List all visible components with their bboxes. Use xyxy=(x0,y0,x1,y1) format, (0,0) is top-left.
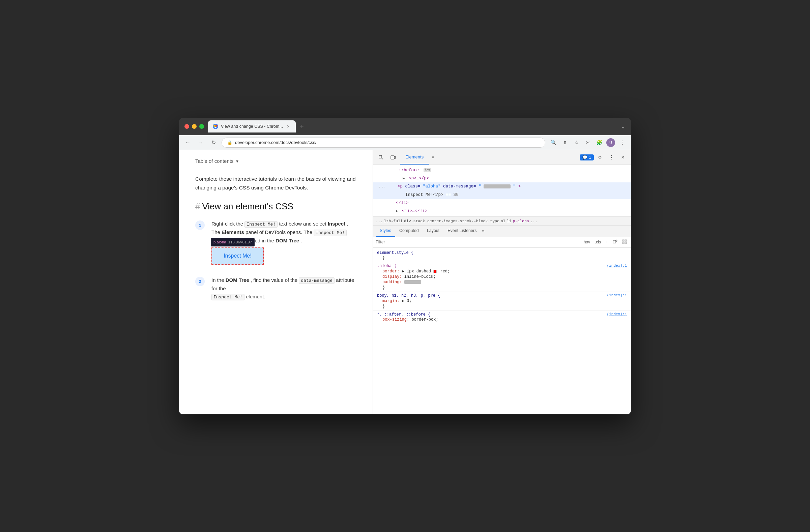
dom-li-expand: ▶ xyxy=(396,209,398,213)
profile-button[interactable]: U xyxy=(606,138,615,147)
css-universal-selector-line: (index):1 *, ::after, ::before { xyxy=(377,312,627,317)
more-tabs-button[interactable]: » xyxy=(429,155,437,160)
bc-div-stack[interactable]: div.stack.center-images.stack--block.typ… xyxy=(404,219,499,223)
close-devtools-button[interactable]: ✕ xyxy=(617,152,628,163)
more-options-button[interactable]: ⋮ xyxy=(606,152,617,163)
bc-li[interactable]: li xyxy=(507,219,512,223)
css-universal-selector: *, ::after, ::before { xyxy=(377,312,430,317)
step1-text5: . xyxy=(301,238,302,244)
dom-inspect-text: Inspect Me!</p> xyxy=(405,193,443,197)
dom-equals: == xyxy=(446,193,454,197)
bc-p-aloha[interactable]: p.aloha xyxy=(513,219,529,223)
css-padding-redacted xyxy=(404,280,421,284)
toc-dropdown-icon[interactable]: ▾ xyxy=(236,159,239,164)
step2-inspect-me: Inspect Me! xyxy=(211,294,244,300)
css-aloha-close: } xyxy=(377,285,627,290)
forward-button[interactable]: → xyxy=(196,138,205,147)
dom-line-li[interactable]: ▶ <li>…</li> xyxy=(373,207,631,215)
settings-button[interactable]: ⚙ xyxy=(595,152,605,163)
css-border-line: border: ▶ 1px dashed red; xyxy=(377,268,627,274)
device-toolbar[interactable] xyxy=(388,152,399,163)
menu-button[interactable]: ⋮ xyxy=(617,138,627,147)
more-style-tabs[interactable]: » xyxy=(482,229,485,234)
computed-tab[interactable]: Computed xyxy=(395,226,423,237)
css-display-line: display: inline-block; xyxy=(377,274,627,280)
step1-inspect-code: Inspect Me! xyxy=(244,221,277,228)
lock-icon: 🔒 xyxy=(227,140,232,145)
css-rule-universal: (index):1 *, ::after, ::before { box-siz… xyxy=(373,311,631,324)
avatar: U xyxy=(606,138,615,147)
dom-line-selected[interactable]: ... <p class= "aloha" data-message= " " … xyxy=(373,182,631,191)
css-selector-line: element.style { xyxy=(377,250,627,255)
css-source-aloha[interactable]: (index):1 xyxy=(607,264,627,268)
dom-redacted-val xyxy=(484,184,511,188)
elements-tab[interactable]: Elements xyxy=(400,150,429,165)
step1-bold1: Inspect xyxy=(328,221,346,227)
styles-tab[interactable]: Styles xyxy=(376,226,395,237)
new-tab-button[interactable]: + xyxy=(297,122,307,131)
dom-p-tag: <p>…</p> xyxy=(409,176,429,181)
css-rule-body: (index):1 body, h1, h2, h3, p, pre { mar… xyxy=(373,292,631,311)
zoom-button[interactable]: 🔍 xyxy=(549,138,558,147)
css-source-body[interactable]: (index):1 xyxy=(607,293,627,297)
minimize-button[interactable] xyxy=(192,124,197,129)
inspect-me-button[interactable]: Inspect Me! xyxy=(211,247,264,264)
chrome-favicon xyxy=(213,124,218,129)
breadcrumb-bar: ... lth-full div.stack.center-images.sta… xyxy=(373,217,631,226)
css-rules: element.style { } (index):1 .aloha { xyxy=(373,248,631,414)
tab-close-button[interactable]: ✕ xyxy=(286,124,291,129)
cut-icon[interactable]: ✂ xyxy=(583,138,593,147)
maximize-button[interactable] xyxy=(199,124,204,129)
dom-dollar: $0 xyxy=(454,193,459,197)
browser-tab[interactable]: View and change CSS - Chrom... ✕ xyxy=(208,120,296,133)
bc-ol[interactable]: ol xyxy=(501,219,505,223)
styles-tabs: Styles Computed Layout Event Listeners » xyxy=(373,226,631,237)
reload-button[interactable]: ↻ xyxy=(209,138,218,147)
dom-li-tag: <li>…</li> xyxy=(402,209,427,213)
dom-line-p[interactable]: ▶ <p>…</p> xyxy=(373,174,631,182)
back-button[interactable]: ← xyxy=(183,138,193,147)
css-source-universal[interactable]: (index):1 xyxy=(607,312,627,316)
css-body-selector-line: (index):1 body, h1, h2, h3, p, pre { xyxy=(377,293,627,298)
svg-rect-5 xyxy=(613,240,616,243)
dom-line-before[interactable]: ::before flex xyxy=(373,166,631,174)
css-element-selector: element.style { xyxy=(377,250,414,255)
dom-class-val: "aloha" xyxy=(423,184,441,189)
inspector-tool[interactable] xyxy=(376,152,387,163)
cls-button[interactable]: .cls xyxy=(594,239,602,245)
add-style-button[interactable]: + xyxy=(604,239,609,245)
extension-button[interactable]: 🧩 xyxy=(595,138,604,147)
filter-bar: :hov .cls + xyxy=(373,237,631,248)
step-1-text: Right-click the Inspect Me! text below a… xyxy=(211,220,356,269)
tab-title: View and change CSS - Chrom... xyxy=(221,124,283,129)
toc-header: Table of contents ▾ xyxy=(195,158,356,168)
dom-flex-badge: flex xyxy=(423,168,432,172)
dom-line-inspect-text[interactable]: Inspect Me!</p> == $0 xyxy=(373,191,631,199)
layout-tab[interactable]: Layout xyxy=(423,226,444,237)
filter-input[interactable] xyxy=(376,240,578,245)
hov-button[interactable]: :hov xyxy=(581,239,592,245)
url-text: developer.chrome.com/docs/devtools/css/ xyxy=(235,140,316,145)
color-palette-button[interactable] xyxy=(621,239,628,246)
bookmark-button[interactable]: ☆ xyxy=(571,138,581,147)
url-bar[interactable]: 🔒 developer.chrome.com/docs/devtools/css… xyxy=(222,137,545,148)
close-button[interactable] xyxy=(184,124,189,129)
svg-rect-4 xyxy=(394,156,395,159)
new-rule-button[interactable] xyxy=(611,239,619,246)
content-area: Table of contents ▾ Complete these inter… xyxy=(179,150,631,414)
css-body-close: } xyxy=(377,304,627,309)
devtools-panel: Elements » 💬 1 ⚙ ⋮ ✕ ::be xyxy=(373,150,631,414)
bc-lth-full[interactable]: lth-full xyxy=(384,219,403,223)
svg-rect-7 xyxy=(625,240,627,242)
notifications-badge[interactable]: 💬 1 xyxy=(580,154,594,161)
window-menu[interactable]: ⌄ xyxy=(620,123,626,130)
dom-line-li-close[interactable]: </li> xyxy=(373,199,631,207)
step1-bold2: Elements xyxy=(222,229,244,235)
css-color-swatch-red[interactable] xyxy=(433,270,437,273)
step2-code: data-message xyxy=(299,278,335,284)
devtools-tabs: Elements » xyxy=(400,150,578,165)
styles-panel: Styles Computed Layout Event Listeners »… xyxy=(373,226,631,414)
css-rule-element-style: element.style { } xyxy=(373,249,631,262)
share-button[interactable]: ⬆ xyxy=(560,138,570,147)
event-listeners-tab[interactable]: Event Listeners xyxy=(443,226,481,237)
